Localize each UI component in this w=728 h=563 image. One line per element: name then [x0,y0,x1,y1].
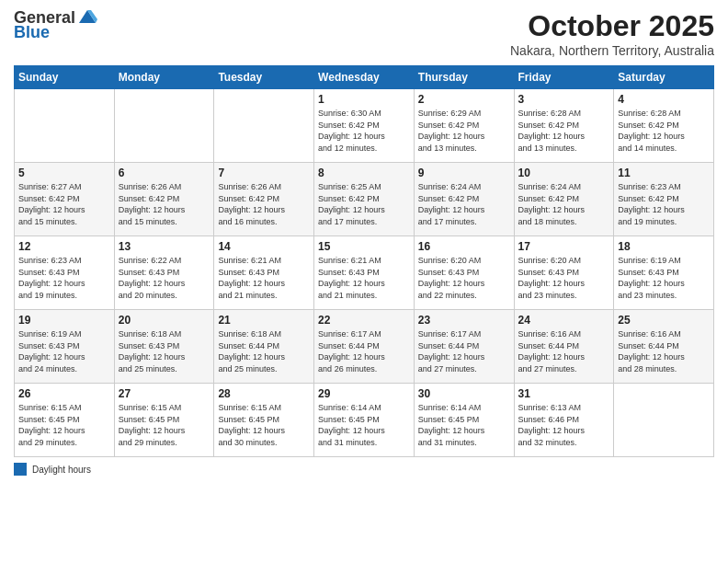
day-number: 31 [518,387,610,400]
day-number: 9 [418,167,510,179]
table-row: 21Sunrise: 6:18 AM Sunset: 6:44 PM Dayli… [214,310,314,384]
day-info: Sunrise: 6:27 AM Sunset: 6:42 PM Dayligh… [18,181,110,227]
header-wednesday: Wednesday [314,66,415,89]
day-number: 4 [618,93,710,106]
day-number: 18 [618,240,710,253]
table-row: 30Sunrise: 6:14 AM Sunset: 6:45 PM Dayli… [414,384,514,457]
table-row: 27Sunrise: 6:15 AM Sunset: 6:45 PM Dayli… [114,384,214,457]
header-sunday: Sunday [15,66,115,89]
day-number: 17 [518,240,610,253]
logo: General Blue [14,9,97,42]
header-friday: Friday [514,66,614,89]
table-row: 3Sunrise: 6:28 AM Sunset: 6:42 PM Daylig… [514,89,614,163]
day-number: 24 [518,314,610,327]
table-row: 6Sunrise: 6:26 AM Sunset: 6:42 PM Daylig… [114,163,214,236]
table-row [614,384,714,457]
title-block: October 2025 Nakara, Northern Territory,… [510,9,714,58]
day-number: 25 [618,314,710,327]
calendar-week-row: 1Sunrise: 6:30 AM Sunset: 6:42 PM Daylig… [15,89,714,163]
day-number: 3 [518,93,610,106]
month-title: October 2025 [510,9,714,43]
table-row: 31Sunrise: 6:13 AM Sunset: 6:46 PM Dayli… [514,384,614,457]
header-monday: Monday [114,66,214,89]
calendar-week-row: 26Sunrise: 6:15 AM Sunset: 6:45 PM Dayli… [15,384,714,457]
table-row: 11Sunrise: 6:23 AM Sunset: 6:42 PM Dayli… [614,163,714,236]
day-number: 10 [518,167,610,179]
day-number: 14 [218,240,310,253]
day-info: Sunrise: 6:17 AM Sunset: 6:44 PM Dayligh… [418,328,510,374]
day-info: Sunrise: 6:15 AM Sunset: 6:45 PM Dayligh… [218,402,310,448]
logo-icon [77,6,97,27]
day-number: 7 [218,167,310,179]
table-row [114,89,214,163]
day-info: Sunrise: 6:19 AM Sunset: 6:43 PM Dayligh… [618,255,710,301]
table-row: 19Sunrise: 6:19 AM Sunset: 6:43 PM Dayli… [15,310,115,384]
day-number: 27 [119,387,210,400]
day-number: 15 [318,240,410,253]
day-info: Sunrise: 6:24 AM Sunset: 6:42 PM Dayligh… [418,181,510,227]
table-row: 18Sunrise: 6:19 AM Sunset: 6:43 PM Dayli… [614,236,714,310]
table-row: 13Sunrise: 6:22 AM Sunset: 6:43 PM Dayli… [114,236,214,310]
day-info: Sunrise: 6:16 AM Sunset: 6:44 PM Dayligh… [618,328,710,374]
table-row: 28Sunrise: 6:15 AM Sunset: 6:45 PM Dayli… [214,384,314,457]
day-number: 20 [119,314,210,327]
calendar-week-row: 12Sunrise: 6:23 AM Sunset: 6:43 PM Dayli… [15,236,714,310]
day-info: Sunrise: 6:28 AM Sunset: 6:42 PM Dayligh… [518,108,610,154]
day-number: 1 [318,93,410,106]
table-row [214,89,314,163]
day-info: Sunrise: 6:29 AM Sunset: 6:42 PM Dayligh… [418,108,510,154]
table-row: 20Sunrise: 6:18 AM Sunset: 6:43 PM Dayli… [114,310,214,384]
header-saturday: Saturday [614,66,714,89]
table-row: 4Sunrise: 6:28 AM Sunset: 6:42 PM Daylig… [614,89,714,163]
footer-box [14,463,27,476]
day-info: Sunrise: 6:18 AM Sunset: 6:44 PM Dayligh… [218,328,310,374]
day-number: 22 [318,314,410,327]
table-row: 22Sunrise: 6:17 AM Sunset: 6:44 PM Dayli… [314,310,415,384]
day-info: Sunrise: 6:17 AM Sunset: 6:44 PM Dayligh… [318,328,410,374]
day-number: 13 [119,240,210,253]
table-row: 9Sunrise: 6:24 AM Sunset: 6:42 PM Daylig… [414,163,514,236]
table-row: 16Sunrise: 6:20 AM Sunset: 6:43 PM Dayli… [414,236,514,310]
day-info: Sunrise: 6:13 AM Sunset: 6:46 PM Dayligh… [518,402,610,448]
day-number: 30 [418,387,510,400]
day-number: 12 [18,240,110,253]
table-row: 26Sunrise: 6:15 AM Sunset: 6:45 PM Dayli… [15,384,115,457]
table-row: 5Sunrise: 6:27 AM Sunset: 6:42 PM Daylig… [15,163,115,236]
table-row: 1Sunrise: 6:30 AM Sunset: 6:42 PM Daylig… [314,89,415,163]
day-info: Sunrise: 6:21 AM Sunset: 6:43 PM Dayligh… [218,255,310,301]
day-info: Sunrise: 6:23 AM Sunset: 6:42 PM Dayligh… [618,181,710,227]
day-number: 19 [18,314,110,327]
location-title: Nakara, Northern Territory, Australia [510,43,714,58]
day-info: Sunrise: 6:26 AM Sunset: 6:42 PM Dayligh… [119,181,210,227]
table-row: 10Sunrise: 6:24 AM Sunset: 6:42 PM Dayli… [514,163,614,236]
table-row: 29Sunrise: 6:14 AM Sunset: 6:45 PM Dayli… [314,384,415,457]
table-row: 15Sunrise: 6:21 AM Sunset: 6:43 PM Dayli… [314,236,415,310]
day-info: Sunrise: 6:21 AM Sunset: 6:43 PM Dayligh… [318,255,410,301]
day-number: 21 [218,314,310,327]
table-row: 24Sunrise: 6:16 AM Sunset: 6:44 PM Dayli… [514,310,614,384]
day-number: 29 [318,387,410,400]
table-row [15,89,115,163]
calendar-week-row: 19Sunrise: 6:19 AM Sunset: 6:43 PM Dayli… [15,310,714,384]
calendar-header-row: Sunday Monday Tuesday Wednesday Thursday… [15,66,714,89]
table-row: 14Sunrise: 6:21 AM Sunset: 6:43 PM Dayli… [214,236,314,310]
table-row: 2Sunrise: 6:29 AM Sunset: 6:42 PM Daylig… [414,89,514,163]
header-tuesday: Tuesday [214,66,314,89]
day-number: 26 [18,387,110,400]
day-info: Sunrise: 6:14 AM Sunset: 6:45 PM Dayligh… [318,402,410,448]
day-info: Sunrise: 6:24 AM Sunset: 6:42 PM Dayligh… [518,181,610,227]
table-row: 23Sunrise: 6:17 AM Sunset: 6:44 PM Dayli… [414,310,514,384]
day-number: 2 [418,93,510,106]
day-number: 28 [218,387,310,400]
day-number: 23 [418,314,510,327]
day-number: 6 [119,167,210,179]
day-info: Sunrise: 6:22 AM Sunset: 6:43 PM Dayligh… [119,255,210,301]
day-info: Sunrise: 6:18 AM Sunset: 6:43 PM Dayligh… [119,328,210,374]
day-info: Sunrise: 6:16 AM Sunset: 6:44 PM Dayligh… [518,328,610,374]
day-info: Sunrise: 6:20 AM Sunset: 6:43 PM Dayligh… [418,255,510,301]
day-number: 5 [18,167,110,179]
day-number: 8 [318,167,410,179]
day-info: Sunrise: 6:28 AM Sunset: 6:42 PM Dayligh… [618,108,710,154]
day-info: Sunrise: 6:30 AM Sunset: 6:42 PM Dayligh… [318,108,410,154]
header: General Blue October 2025 Nakara, Northe… [14,9,714,58]
